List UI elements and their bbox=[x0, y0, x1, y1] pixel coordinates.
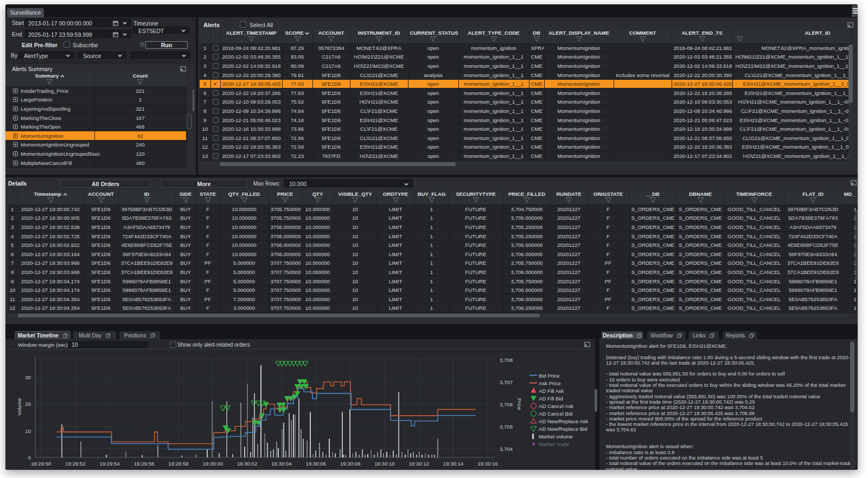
svg-text:3,706: 3,706 bbox=[500, 401, 513, 407]
svg-text:AD New/Replace Bid: AD New/Replace Bid bbox=[539, 426, 588, 432]
svg-text:Volume: Volume bbox=[16, 398, 22, 416]
svg-text:3,707: 3,707 bbox=[500, 379, 513, 385]
svg-text:3,704: 3,704 bbox=[500, 446, 513, 452]
svg-text:10: 10 bbox=[25, 428, 31, 434]
svg-text:Bid Price: Bid Price bbox=[539, 373, 559, 379]
svg-text:19:30:02: 19:30:02 bbox=[237, 461, 257, 467]
svg-text:30: 30 bbox=[25, 374, 31, 380]
svg-text:Price: Price bbox=[516, 398, 522, 410]
svg-text:20: 20 bbox=[25, 401, 31, 407]
svg-text:AD Fill Bid: AD Fill Bid bbox=[539, 396, 563, 401]
svg-text:19:29:54: 19:29:54 bbox=[100, 461, 120, 467]
svg-text:AD Cancel Ask: AD Cancel Ask bbox=[539, 403, 573, 409]
svg-text:19:30:14: 19:30:14 bbox=[443, 461, 464, 467]
svg-text:19:30:10: 19:30:10 bbox=[374, 461, 394, 467]
svg-text:AD Cancel Bid: AD Cancel Bid bbox=[539, 411, 572, 417]
svg-text:Ask Price: Ask Price bbox=[539, 380, 561, 386]
svg-text:3,708: 3,708 bbox=[500, 357, 513, 363]
svg-text:3,705: 3,705 bbox=[500, 424, 513, 430]
svg-text:AD New/Replace Ask: AD New/Replace Ask bbox=[539, 418, 588, 424]
svg-text:Market Trade: Market Trade bbox=[539, 441, 570, 447]
svg-text:19:30:06: 19:30:06 bbox=[306, 461, 326, 467]
svg-text:0: 0 bbox=[28, 455, 31, 461]
svg-text:19:29:58: 19:29:58 bbox=[168, 461, 188, 467]
svg-text:AD Fill Ask: AD Fill Ask bbox=[539, 388, 564, 394]
svg-text:19:30:16: 19:30:16 bbox=[477, 461, 497, 467]
svg-text:19:29:52: 19:29:52 bbox=[65, 461, 85, 467]
svg-text:Market volume: Market volume bbox=[539, 434, 573, 439]
svg-text:19:29:56: 19:29:56 bbox=[134, 461, 154, 467]
svg-text:19:30:12: 19:30:12 bbox=[409, 461, 429, 467]
svg-text:19:29:50: 19:29:50 bbox=[31, 461, 51, 467]
svg-text:19:30:04: 19:30:04 bbox=[271, 461, 292, 467]
svg-text:19:30:00: 19:30:00 bbox=[203, 461, 223, 467]
svg-text:19:30:08: 19:30:08 bbox=[340, 461, 360, 467]
